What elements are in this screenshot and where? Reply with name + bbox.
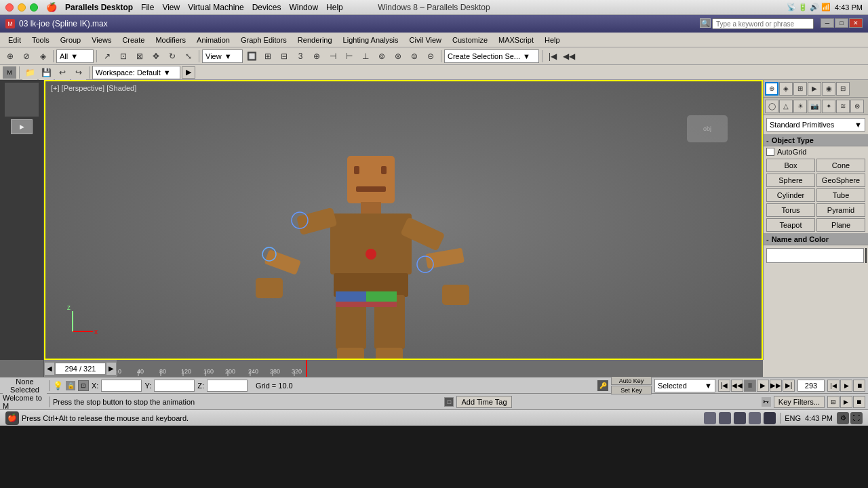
mac-maximize-button[interactable]	[30, 3, 38, 12]
selected-dropdown[interactable]: Selected ▼	[654, 379, 715, 392]
plane-button[interactable]: Plane	[816, 218, 865, 232]
standard-primitives-dropdown[interactable]: Standard Primitives ▼	[766, 118, 865, 131]
dock-settings[interactable]: ⚙	[837, 412, 849, 424]
name-input-field[interactable]	[766, 248, 864, 263]
max-close[interactable]: ✕	[849, 18, 863, 28]
select-icon[interactable]: ⊡	[78, 380, 89, 391]
menu-modifiers[interactable]: Modifiers	[150, 35, 191, 45]
auto-key-button[interactable]: Auto Key	[611, 376, 652, 385]
tb-angle-snap[interactable]: ⊞	[260, 49, 275, 64]
tl-prev[interactable]: ◀	[44, 362, 55, 375]
tb-mirror[interactable]: ⊣	[326, 49, 340, 64]
create-sel-dropdown[interactable]: Create Selection Se...▼	[444, 49, 539, 63]
tb-window-cross[interactable]: ⊠	[132, 49, 147, 64]
timeline-ruler[interactable]: 0 40 80 120 160 200 240 280 320	[117, 360, 763, 377]
rp-create-icon[interactable]: ⊕	[765, 82, 778, 96]
rp-display-icon[interactable]: ◉	[822, 82, 835, 96]
workspace-dropdown[interactable]: Workspace: Default▼	[92, 66, 180, 79]
menu-devices[interactable]: Devices	[252, 3, 281, 12]
sphere-button[interactable]: Sphere	[766, 174, 815, 187]
max-search[interactable]: 🔍	[700, 18, 711, 28]
menu-maxscript[interactable]: MAXScript	[493, 35, 539, 45]
mac-close-button[interactable]	[5, 3, 14, 12]
tb-save[interactable]: 💾	[39, 65, 54, 80]
dock-fullscreen[interactable]: ⛶	[850, 412, 863, 424]
pyramid-button[interactable]: Pyramid	[816, 203, 865, 217]
rp-light-icon[interactable]: ☀	[793, 100, 807, 113]
tb-snap-toggle[interactable]: 🔲	[244, 49, 259, 64]
menu-lighting[interactable]: Lighting Analysis	[338, 35, 404, 45]
menu-animation[interactable]: Animation	[191, 35, 235, 45]
mac-window-controls[interactable]	[5, 3, 38, 12]
rp-motion-icon[interactable]: ▶	[808, 82, 821, 96]
tb-quick-align[interactable]: ⊥	[358, 49, 373, 64]
frame-input[interactable]	[797, 380, 825, 392]
tb-spinner-snap[interactable]: 3	[293, 49, 308, 64]
rp-utilities-icon[interactable]: ⊟	[836, 82, 850, 96]
set-key-button[interactable]: Set Key	[611, 386, 652, 394]
selection-filter-dropdown[interactable]: All▼	[56, 49, 94, 63]
rp-helper-icon[interactable]: ✦	[822, 100, 835, 113]
tb-redo[interactable]: ↪	[71, 65, 86, 80]
dock-icon-2[interactable]	[719, 412, 731, 424]
tb-anim-ctrl2[interactable]: ◀◀	[561, 49, 576, 64]
anim-play2[interactable]: ▶	[840, 380, 852, 392]
menu-graph-editors[interactable]: Graph Editors	[235, 35, 292, 45]
mac-minimize-button[interactable]	[18, 3, 26, 12]
anim-stop2[interactable]: ⏹	[853, 380, 865, 392]
anim-first[interactable]: |◀	[718, 380, 730, 392]
dock-icon-3[interactable]	[734, 412, 746, 424]
workspace-expand[interactable]: ▶	[182, 66, 195, 79]
autogrid-checkbox[interactable]	[766, 148, 774, 156]
anim-pause[interactable]: ⏸	[744, 380, 756, 392]
key-filters-button[interactable]: Key Filters...	[774, 396, 825, 408]
tb-align[interactable]: ⊢	[342, 49, 357, 64]
anim-prev-key[interactable]: ◀◀	[731, 380, 743, 392]
cylinder-button[interactable]: Cylinder	[766, 188, 815, 202]
tb-select[interactable]: ↗	[100, 49, 115, 64]
menu-virtual-machine[interactable]: Virtual Machine	[188, 3, 244, 12]
tl-next[interactable]: ▶	[106, 362, 117, 375]
menu-file[interactable]: File	[141, 3, 154, 12]
rp-hierarchy-icon[interactable]: ⊞	[793, 82, 807, 96]
rp-camera-icon[interactable]: 📷	[808, 100, 821, 113]
tb-edit-named-sel[interactable]: ⊕	[309, 49, 324, 64]
rp-geo-icon[interactable]: ◯	[765, 100, 778, 113]
menu-edit[interactable]: Edit	[3, 35, 26, 45]
menu-create[interactable]: Create	[117, 35, 150, 45]
key-lock-icon[interactable]: 🔑	[597, 380, 608, 391]
menu-rendering[interactable]: Rendering	[292, 35, 338, 45]
menu-view[interactable]: View	[162, 3, 180, 12]
anim-prev2[interactable]: |◀	[827, 380, 840, 392]
tb-rotate[interactable]: ↻	[165, 49, 180, 64]
max-minimize[interactable]: ─	[821, 18, 834, 28]
torus-button[interactable]: Torus	[766, 203, 815, 217]
dock-icon-5[interactable]	[764, 412, 776, 424]
tb-percent-snap[interactable]: ⊟	[277, 49, 292, 64]
menu-help[interactable]: Help	[326, 3, 343, 12]
tb-lasso[interactable]: ◈	[35, 49, 50, 64]
tb-move[interactable]: ✥	[149, 49, 163, 64]
menu-views[interactable]: Views	[86, 35, 117, 45]
anim-snap-icon[interactable]: ⊟	[827, 396, 840, 408]
play-button[interactable]: ▶	[11, 119, 33, 134]
max-maximize[interactable]: □	[835, 18, 848, 28]
box-button[interactable]: Box	[766, 159, 815, 172]
tb-anim-ctrl1[interactable]: |◀	[545, 49, 560, 64]
view-dropdown[interactable]: View▼	[202, 49, 243, 63]
rp-modify-icon[interactable]: ◈	[779, 82, 793, 96]
tb-select-obj[interactable]: ⊕	[3, 49, 18, 64]
lock-icon[interactable]: 🔒	[66, 381, 75, 390]
menu-group[interactable]: Group	[55, 35, 87, 45]
timeline-main[interactable]: ◀ 294 / 321 ▶ 0 40 80 120 160	[44, 360, 763, 377]
rp-shape-icon[interactable]: △	[779, 100, 793, 113]
tb-render-setup[interactable]: ⊝	[423, 49, 438, 64]
cone-button[interactable]: Cone	[816, 159, 865, 172]
teapot-button[interactable]: Teapot	[766, 218, 815, 232]
rp-spacewarp-icon[interactable]: ≋	[836, 100, 850, 113]
geosphere-button[interactable]: GeoSphere	[816, 174, 865, 187]
anim-next-key[interactable]: ▶▶	[770, 380, 782, 392]
menu-tools[interactable]: Tools	[26, 35, 55, 45]
anim-play[interactable]: ▶	[757, 380, 769, 392]
anim-last[interactable]: ▶|	[783, 380, 795, 392]
